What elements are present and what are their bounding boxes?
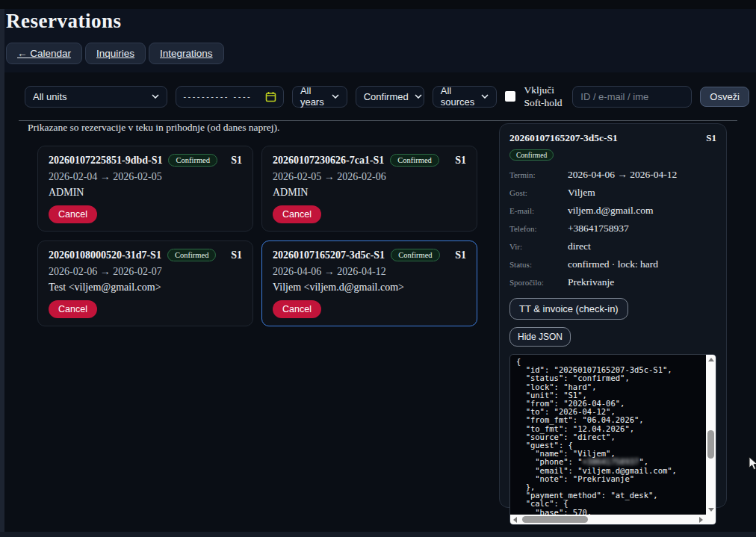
detail-row: Vir: direct (509, 240, 716, 252)
years-select-value: All years (300, 85, 326, 108)
nav-tab[interactable]: Inquiries (85, 43, 146, 64)
cancel-button[interactable]: Cancel (49, 205, 97, 223)
scrollbar-corner (706, 515, 716, 524)
hide-json-button[interactable]: Hide JSON (509, 327, 571, 347)
page-title: Reservations (6, 10, 121, 33)
window-left-edge (0, 9, 4, 533)
detail-row: Telefon: +38641758937 (509, 223, 716, 235)
json-viewer[interactable]: { "id": "20260107165207-3d5c-S1", "statu… (509, 354, 716, 525)
reservation-card[interactable]: 20260107225851-9dbd-S1 Confirmed S1 2026… (37, 146, 253, 232)
reservation-dates: 2026-02-04 → 2026-02-05 (49, 171, 242, 183)
status-badge: Confirmed (391, 249, 440, 261)
detail-status-badge: Confirmed (509, 149, 554, 161)
cancel-button[interactable]: Cancel (49, 300, 97, 318)
sources-select-value: All sources (441, 85, 476, 108)
card-header: 20260107165207-3d5c-S1 Confirmed S1 (273, 249, 466, 261)
detail-row-value: viljem.d@gmail.com (568, 205, 653, 217)
unit-label: S1 (455, 155, 466, 167)
scroll-up-arrow-icon[interactable] (708, 358, 714, 361)
reservations-page: Reservations ← Calendar Inquiries Integr… (0, 0, 756, 537)
filter-bar: All units ---------- ---- All years Conf… (25, 78, 749, 114)
unit-label: S1 (231, 155, 242, 167)
softhold-checkbox[interactable] (505, 91, 515, 102)
date-input[interactable]: ---------- ---- (176, 86, 284, 108)
guest-name: Test <viljem@gmail.com> (49, 282, 242, 294)
detail-row: Gost: Viljem (509, 187, 716, 199)
info-text: Prikazane so rezervacije v teku in priho… (28, 122, 279, 134)
detail-row: Sporočilo: Prekrivanje (509, 276, 716, 288)
scroll-left-arrow-icon[interactable] (513, 517, 517, 523)
reservation-id: 20260107225851-9dbd-S1 (49, 155, 162, 167)
detail-rows: Termin: 2026-04-06 → 2026-04-12 Gost: Vi… (509, 169, 716, 288)
detail-row-value: 2026-04-06 → 2026-04-12 (568, 169, 677, 181)
reservation-card[interactable]: 20260107230626-7ca1-S1 Confirmed S1 2026… (261, 146, 477, 232)
refresh-button[interactable]: Osveži (700, 87, 749, 107)
detail-row-value: Prekrivanje (568, 276, 614, 288)
nav-tab-label: Inquiries (96, 48, 134, 59)
window-bottom-edge (0, 532, 756, 537)
detail-row-label: Termin: (509, 170, 568, 179)
detail-row-label: Telefon: (509, 224, 568, 233)
detail-row-value: direct (568, 240, 591, 252)
window-top-edge (0, 0, 756, 9)
search-input[interactable] (572, 86, 692, 108)
reservation-id: 20260107230626-7ca1-S1 (273, 155, 384, 167)
guest-name: Viljem <viljem.d@gmail.com> (273, 282, 466, 294)
reservation-dates: 2026-02-05 → 2026-02-06 (273, 171, 466, 183)
status-badge: Confirmed (168, 154, 217, 167)
detail-row-label: E-mail: (509, 206, 568, 215)
status-select-value: Confirmed (364, 91, 409, 102)
detail-header: 20260107165207-3d5c-S1 S1 (509, 132, 716, 144)
chevron-down-icon (332, 94, 339, 99)
calendar-icon[interactable] (265, 91, 276, 102)
nav-tab-label: Integrations (160, 48, 213, 59)
chevron-down-icon (152, 94, 159, 99)
date-placeholder: ---------- ---- (183, 92, 252, 101)
detail-row-label: Gost: (509, 188, 568, 197)
status-select[interactable]: Confirmed (356, 86, 424, 108)
nav-tab[interactable]: ← Calendar (6, 43, 82, 64)
detail-row-label: Sporočilo: (509, 278, 568, 287)
detail-row-value: Viljem (568, 187, 595, 199)
json-content: { "id": "20260107165207-3d5c-S1", "statu… (510, 355, 706, 515)
reservation-id: 20260107165207-3d5c-S1 (273, 249, 385, 261)
vertical-scroll-thumb[interactable] (707, 430, 714, 459)
mouse-cursor (749, 456, 756, 471)
sources-select[interactable]: All sources (433, 86, 498, 108)
unit-label: S1 (231, 249, 242, 261)
scroll-right-arrow-icon[interactable] (699, 517, 703, 523)
section-divider (19, 120, 737, 121)
detail-row: Termin: 2026-04-06 → 2026-04-12 (509, 169, 716, 181)
detail-row-value: +38641758937 (568, 223, 629, 235)
units-select-value: All units (33, 91, 67, 102)
status-badge: Confirmed (167, 249, 217, 261)
horizontal-scroll-thumb[interactable] (522, 516, 588, 523)
json-vertical-scrollbar[interactable] (706, 355, 716, 515)
status-badge: Confirmed (390, 154, 439, 167)
reservation-card[interactable]: 20260108000520-31d7-S1 Confirmed S1 2026… (37, 240, 253, 326)
detail-row-value: confirmed · lock: hard (568, 258, 658, 270)
reservation-card-list: 20260107225851-9dbd-S1 Confirmed S1 2026… (37, 146, 477, 326)
softhold-label: Vključi Soft-hold (524, 84, 564, 109)
invoice-button[interactable]: TT & invoice (check-in) (509, 298, 628, 320)
nav-tab-label: ← Calendar (17, 48, 71, 59)
cancel-button[interactable]: Cancel (273, 205, 321, 223)
json-horizontal-scrollbar[interactable] (510, 515, 706, 524)
reservation-dates: 2026-04-06 → 2026-04-12 (273, 266, 466, 278)
nav-tabs: ← Calendar Inquiries Integrations (6, 43, 224, 64)
detail-row-label: Vir: (509, 242, 568, 251)
unit-label: S1 (455, 249, 466, 261)
years-select[interactable]: All years (292, 86, 347, 108)
refresh-button-label: Osveži (710, 91, 740, 102)
units-select[interactable]: All units (25, 86, 167, 108)
reservation-detail-panel: 20260107165207-3d5c-S1 S1 Confirmed Term… (499, 123, 727, 508)
guest-name: ADMIN (49, 187, 242, 199)
scroll-down-arrow-icon[interactable] (708, 508, 714, 512)
cancel-button[interactable]: Cancel (273, 300, 321, 318)
reservation-card[interactable]: 20260107165207-3d5c-S1 Confirmed S1 2026… (261, 240, 477, 326)
reservation-id: 20260108000520-31d7-S1 (49, 249, 161, 261)
nav-tab[interactable]: Integrations (149, 43, 224, 64)
detail-row: Status: confirmed · lock: hard (509, 258, 716, 270)
card-header: 20260108000520-31d7-S1 Confirmed S1 (49, 249, 242, 261)
chevron-down-icon (481, 94, 489, 99)
